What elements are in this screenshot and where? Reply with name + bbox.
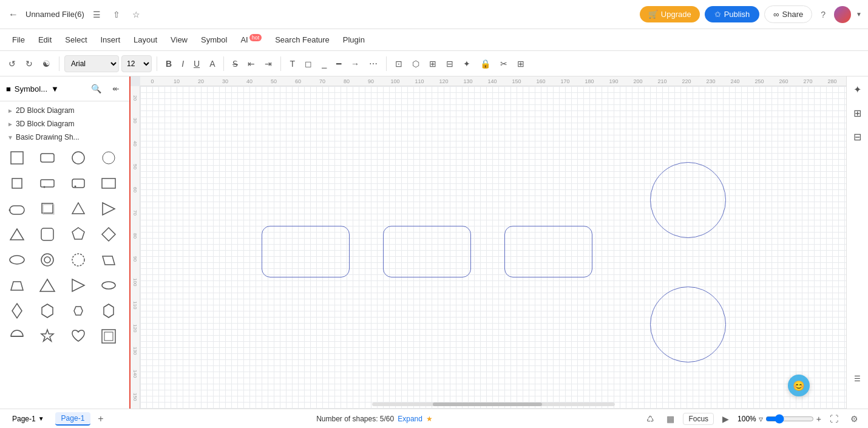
shape-trapezoid[interactable] (5, 274, 29, 297)
shape-triangle-right[interactable] (97, 197, 121, 220)
shape-circle-dashed[interactable] (66, 248, 90, 271)
eraser-button[interactable]: ◻ (301, 56, 316, 71)
shape-circle-double[interactable] (35, 248, 59, 271)
page-tab-inactive[interactable]: Page-1 ▼ (6, 413, 50, 425)
menu-search-feature[interactable]: Search Feature (269, 33, 336, 47)
menu-insert[interactable]: Insert (95, 33, 127, 47)
cut-button[interactable]: ✂ (497, 56, 511, 71)
align-center-button[interactable]: ⇥ (261, 56, 276, 71)
shape-rounded-rect4[interactable] (5, 197, 29, 220)
shape-hexagon[interactable] (35, 299, 59, 322)
effects-button[interactable]: ✦ (459, 56, 474, 71)
menu-layout[interactable]: Layout (127, 33, 163, 47)
connector-button[interactable]: → (347, 56, 363, 71)
category-basic-drawing[interactable]: ▼ Basic Drawing Sh... (4, 131, 126, 144)
paint-format-button[interactable]: ☯ (39, 56, 54, 71)
page-scale-button[interactable]: ▦ (663, 412, 678, 426)
shape-circle-thin[interactable] (97, 146, 121, 169)
undo-button[interactable]: ↺ (5, 56, 19, 71)
menu-symbol[interactable]: Symbol (195, 33, 233, 47)
export-button[interactable]: ⇧ (109, 7, 124, 22)
italic-button[interactable]: I (178, 56, 188, 71)
canvas-shape-rect1[interactable] (262, 226, 350, 277)
horizontal-scrollbar[interactable] (372, 403, 615, 406)
shape-rect-shadow[interactable] (35, 197, 59, 220)
shape-rounded-rect3[interactable] (66, 172, 90, 195)
underline-button[interactable]: U (190, 56, 203, 71)
shape-ellipse[interactable] (5, 248, 29, 271)
shape-rounded-rect-small[interactable] (35, 146, 59, 169)
table-button[interactable]: ⊡ (392, 56, 406, 71)
star-button[interactable]: ☆ (129, 7, 144, 22)
help-chat-button[interactable]: 😊 (788, 375, 810, 396)
sidebar-search-button[interactable]: 🔍 (87, 81, 105, 96)
zoom-slider[interactable] (765, 414, 814, 424)
shape-hexagon3[interactable] (97, 299, 121, 322)
avatar-dropdown-icon[interactable]: ▼ (856, 11, 862, 18)
menu-plugin[interactable]: Plugin (337, 33, 371, 47)
shape-triangle3[interactable] (66, 274, 90, 297)
text-button[interactable]: T (286, 56, 299, 71)
menu-view[interactable]: View (164, 33, 194, 47)
shape-rounded-square[interactable] (35, 223, 59, 246)
layers-button[interactable]: ♺ (643, 412, 658, 426)
zoom-plus-button[interactable]: + (816, 414, 821, 424)
shape-hexagon2[interactable] (66, 299, 90, 322)
shape-square-small[interactable] (5, 172, 29, 195)
page-tab-active[interactable]: Page-1 (55, 412, 91, 426)
line-style-button[interactable]: ━ (333, 56, 345, 71)
shape-rounded-rect2[interactable] (35, 172, 59, 195)
rp-grid-button[interactable]: ⊟ (851, 129, 864, 145)
menu-edit[interactable]: Edit (32, 33, 58, 47)
rp-format-button[interactable]: ✦ (851, 81, 864, 98)
menu-ai[interactable]: AIhot (234, 32, 268, 47)
group-button[interactable]: ⊞ (426, 56, 440, 71)
shape-rect-frame[interactable] (97, 325, 121, 348)
fullscreen-button[interactable]: ⛶ (826, 412, 842, 426)
zoom-down-button[interactable]: ▿ (759, 414, 763, 424)
redo-button[interactable]: ↻ (22, 56, 36, 71)
grid-button[interactable]: ⊞ (514, 56, 528, 71)
ungroup-button[interactable]: ⊟ (442, 56, 457, 71)
font-size-select[interactable]: 12 (121, 55, 152, 72)
align-left-button[interactable]: ⇤ (244, 56, 259, 71)
canvas-area[interactable]: 0 10 20 30 40 50 60 70 80 90 100 110 120… (131, 76, 846, 409)
shape-oval[interactable] (97, 274, 121, 297)
shape-pentagon[interactable] (66, 223, 90, 246)
shape-triangle-outline[interactable] (5, 223, 29, 246)
help-button[interactable]: ? (817, 7, 829, 22)
font-color-button[interactable]: A (206, 56, 219, 71)
canvas-shape-rect3[interactable] (504, 226, 592, 277)
line-color-button[interactable]: ⎯ (318, 56, 330, 71)
settings-button[interactable]: ⚙ (847, 412, 862, 426)
avatar[interactable] (834, 6, 851, 23)
lock-button[interactable]: 🔒 (476, 56, 494, 71)
share-button[interactable]: ∞ Share (764, 5, 812, 23)
category-3d-block[interactable]: ► 3D Block Diagram (4, 117, 126, 131)
dots-button[interactable]: ⋯ (365, 56, 381, 71)
scrollbar-thumb[interactable] (433, 403, 542, 406)
rp-layers-button[interactable]: ⊞ (851, 105, 864, 121)
menu-file[interactable]: File (6, 33, 31, 47)
shape-triangle[interactable] (66, 197, 90, 220)
canvas-shape-circle2[interactable] (650, 287, 726, 362)
play-button[interactable]: ▶ (719, 412, 733, 426)
add-page-button[interactable]: + (95, 412, 106, 426)
menu-select[interactable]: Select (59, 33, 93, 47)
shape-diamond[interactable] (97, 223, 121, 246)
canvas-shape-rect2[interactable] (383, 226, 471, 277)
category-2d-block[interactable]: ► 2D Block Diagram (4, 104, 126, 117)
rp-list-button[interactable]: ☰ (852, 372, 863, 386)
shape-circle-outline[interactable] (66, 146, 90, 169)
shape-half-circle[interactable] (5, 325, 29, 348)
focus-button[interactable]: Focus (683, 413, 714, 425)
upgrade-button[interactable]: 🛒 Upgrade (640, 6, 700, 22)
canvas-content[interactable]: 😊 (140, 86, 846, 409)
shape-rect-outline2[interactable] (97, 172, 121, 195)
tab-history-button[interactable]: ☰ (89, 7, 104, 22)
shape-button[interactable]: ⬡ (409, 56, 423, 71)
expand-link[interactable]: Expand (398, 415, 422, 423)
publish-button[interactable]: ✩ Publish (705, 6, 760, 22)
shape-square[interactable] (5, 146, 29, 169)
sidebar-arrow[interactable]: ▼ (51, 84, 59, 93)
